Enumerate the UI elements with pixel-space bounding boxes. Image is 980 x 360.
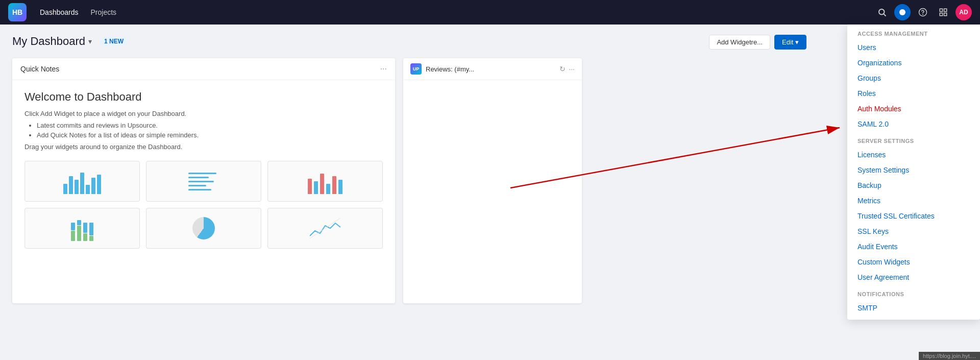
status-bar: https://blog.join.hyt.... [919,352,980,360]
reviews-actions: ↻ ··· [559,65,575,73]
notifications-label: NOTIFICATIONS [847,285,980,300]
svg-line-9 [310,218,340,238]
bar [320,174,324,194]
grid-icon-button[interactable] [935,4,951,20]
menu-item-trusted-ssl[interactable]: Trusted SSL Certificates [847,208,980,224]
thumb-mixed-bars[interactable] [267,161,383,202]
search-icon-button[interactable] [874,4,890,20]
svg-rect-7 [940,13,942,16]
hub-icon-button[interactable] [894,4,911,20]
menu-item-saml[interactable]: SAML 2.0 [847,116,980,132]
menu-item-roles[interactable]: Roles [847,86,980,101]
thumb-bar-chart[interactable] [24,161,140,202]
mini-lines [188,171,219,191]
help-icon-button[interactable] [915,4,931,20]
thumb-line-chart[interactable] [267,208,383,249]
mini-line-chart [310,218,340,238]
svg-rect-6 [944,9,947,11]
welcome-list-item: Latest commits and reviews in Upsource. [37,122,383,129]
page-title: My Dashboard ▾ 1 NEW [12,35,128,48]
add-widget-button[interactable]: Add Widgetre... [709,35,770,50]
mini-stacked [71,215,93,241]
welcome-desc1: Click Add Widget to place a widget on yo… [24,110,383,117]
svg-point-0 [879,9,885,15]
menu-item-system-settings[interactable]: System Settings [847,162,980,178]
widget-title: Quick Notes [20,65,59,73]
server-settings-label: SERVER SETTINGS [847,132,980,147]
widget-thumbnails [24,161,383,249]
welcome-list-item: Add Quick Notes for a list of ideas or s… [37,131,383,139]
svg-line-1 [884,14,886,16]
user-avatar[interactable]: AD [955,4,972,20]
access-management-label: ACCESS MANAGEMENT [847,25,980,40]
bar [326,184,330,194]
welcome-desc2: Drag your widgets around to organize the… [24,143,383,151]
menu-item-metrics[interactable]: Metrics [847,193,980,208]
page-content: My Dashboard ▾ 1 NEW Add Widgetre... Edi… [0,25,980,360]
svg-rect-5 [940,9,942,11]
widget-header: Quick Notes ··· [12,58,395,80]
nav-item-projects[interactable]: Projects [86,5,122,19]
line [188,189,211,190]
edit-button[interactable]: Edit ▾ [774,35,806,50]
thumb-pie-chart[interactable] [146,208,261,249]
nav-item-dashboards[interactable]: Dashboards [35,5,84,19]
mini-bar-chart [59,169,105,194]
line [188,181,214,182]
reviews-refresh-icon[interactable]: ↻ [559,65,566,73]
line-chart-svg [310,218,340,238]
widget-menu-button[interactable]: ··· [380,64,387,74]
line [188,173,216,174]
quick-notes-widget: Quick Notes ··· Welcome to Dashboard Cli… [12,58,395,303]
top-nav: HB Dashboards Projects [0,0,980,25]
menu-item-licenses[interactable]: Licenses [847,147,980,162]
page-header: My Dashboard ▾ 1 NEW Add Widgetre... Edi… [12,35,968,48]
menu-item-custom-widgets[interactable]: Custom Widgets [847,254,980,270]
bar [86,185,90,194]
menu-item-users[interactable]: Users [847,40,980,55]
menu-item-ssl-keys[interactable]: SSL Keys [847,224,980,239]
reviews-widget-header: UP Reviews: (#my... ↻ ··· [403,58,582,80]
bar [91,178,95,194]
menu-item-organizations[interactable]: Organizations [847,55,980,70]
mini-pie [192,217,215,239]
svg-point-4 [923,14,923,14]
nav-items: Dashboards Projects [35,5,874,19]
mini-mixed [304,169,347,194]
welcome-list: Latest commits and reviews in Upsource. … [37,122,383,139]
line [188,185,206,186]
bar [338,180,342,194]
bar [75,180,79,194]
main-area: My Dashboard ▾ 1 NEW Add Widgetre... Edi… [0,25,980,360]
bar [314,181,318,194]
bar [308,179,312,194]
reviews-menu-icon[interactable]: ··· [569,65,575,73]
reviews-title: Reviews: (#my... [426,65,474,73]
menu-item-smtp[interactable]: SMTP [847,300,980,316]
menu-item-groups[interactable]: Groups [847,70,980,86]
title-chevron-icon: ▾ [88,37,92,45]
menu-item-user-agreement[interactable]: User Agreement [847,270,980,285]
new-badge: 1 NEW [100,37,128,46]
bar [332,176,336,194]
nav-right: AD [874,4,972,20]
reviews-widget: UP Reviews: (#my... ↻ ··· [403,58,582,303]
toolbar: Add Widgetre... Edit ▾ [709,35,806,50]
bar [63,184,67,194]
welcome-title: Welcome to Dashboard [24,90,383,104]
app-logo[interactable]: HB [8,3,27,21]
bar [80,173,84,194]
widget-container: Quick Notes ··· Welcome to Dashboard Cli… [12,58,968,303]
menu-item-auth-modules[interactable]: Auth Modules [847,101,980,116]
bar [97,175,101,194]
reviews-icon: UP [410,63,422,75]
thumb-stacked-bars[interactable] [24,208,140,249]
line [188,177,209,178]
thumb-lines[interactable] [146,161,261,202]
svg-rect-8 [944,13,947,16]
widget-body: Welcome to Dashboard Click Add Widget to… [12,80,395,259]
bar [69,176,73,194]
menu-item-audit-events[interactable]: Audit Events [847,239,980,254]
menu-item-backup[interactable]: Backup [847,178,980,193]
dropdown-menu: ACCESS MANAGEMENT Users Organizations Gr… [847,25,980,320]
